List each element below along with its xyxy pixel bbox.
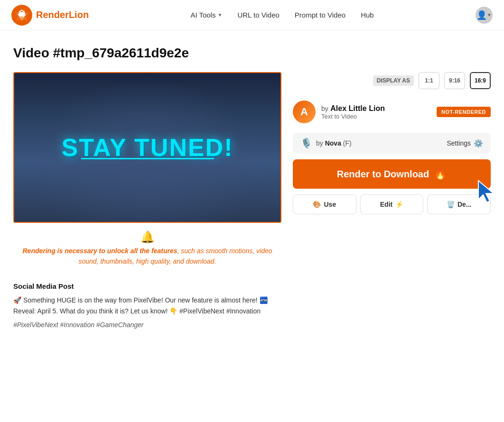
ratio-9-16-button[interactable]: 9:16 — [444, 72, 465, 89]
fire-icon: 🔥 — [434, 168, 447, 180]
render-button-container: Render to Download 🔥 — [293, 159, 491, 189]
nav-url-to-video[interactable]: URL to Video — [237, 11, 279, 19]
nav-hub[interactable]: Hub — [361, 11, 374, 19]
left-column: STAY TUNED! 🔔 Rendering is necessary to … — [13, 72, 281, 329]
render-notice: 🔔 Rendering is necessary to unlock all t… — [13, 230, 281, 267]
delete-button[interactable]: 🗑️ De... — [427, 194, 491, 214]
use-button[interactable]: 🎨 Use — [293, 194, 356, 214]
display-as-row: DISPLAY AS 1:1 9:16 16:9 — [293, 72, 491, 89]
bell-icon: 🔔 — [13, 230, 281, 244]
settings-button[interactable]: Settings ⚙️ — [447, 139, 483, 148]
page-title: Video #tmp_679a2611d9e2e — [13, 46, 491, 61]
not-rendered-badge: NOT-RENDERED — [437, 107, 491, 117]
author-type: Text to Video — [321, 113, 431, 120]
svg-point-4 — [19, 12, 24, 17]
author-avatar: A — [293, 101, 316, 123]
video-underline — [81, 158, 214, 159]
author-info: by Alex Little Lion Text to Video — [321, 104, 431, 120]
content-grid: STAY TUNED! 🔔 Rendering is necessary to … — [13, 72, 491, 329]
display-as-label: DISPLAY AS — [373, 75, 414, 86]
user-avatar-button[interactable]: 👤 ▼ — [476, 7, 493, 24]
gear-icon: ⚙️ — [474, 139, 483, 148]
trash-icon: 🗑️ — [447, 201, 455, 208]
author-row: A by Alex Little Lion Text to Video NOT-… — [293, 97, 491, 127]
right-panel: DISPLAY AS 1:1 9:16 16:9 A by Alex Littl… — [293, 72, 491, 214]
author-by-name: by Alex Little Lion — [321, 104, 431, 113]
render-to-download-button[interactable]: Render to Download 🔥 — [293, 159, 491, 189]
video-preview-inner: STAY TUNED! — [14, 73, 280, 222]
voice-label: by Nova (F) — [316, 139, 443, 147]
logo[interactable]: RenderLion — [11, 5, 89, 26]
ratio-1-1-button[interactable]: 1:1 — [419, 72, 439, 89]
ratio-16-9-button[interactable]: 16:9 — [470, 72, 491, 89]
mic-icon: 🎙️ — [300, 138, 312, 149]
logo-icon — [11, 5, 32, 26]
social-post-title: Social Media Post — [13, 282, 281, 290]
logo-text: RenderLion — [36, 9, 89, 20]
nav-prompt-to-video[interactable]: Prompt to Video — [295, 11, 345, 19]
edit-icon: ⚡ — [395, 201, 403, 208]
settings-label: Settings — [447, 139, 471, 147]
action-row: 🎨 Use Edit ⚡ 🗑️ De... — [293, 194, 491, 214]
palette-icon: 🎨 — [313, 201, 321, 208]
social-post-section: Social Media Post 🚀 Something HUGE is on… — [13, 282, 281, 329]
main-content: Video #tmp_679a2611d9e2e STAY TUNED! 🔔 R… — [0, 30, 504, 344]
render-notice-text: Rendering is necessary to unlock all the… — [13, 246, 281, 267]
user-icon: 👤 — [476, 10, 487, 20]
nav-ai-tools[interactable]: AI Tools ▼ — [190, 11, 222, 19]
voice-row: 🎙️ by Nova (F) Settings ⚙️ — [293, 133, 491, 154]
social-post-body: 🚀 Something HUGE is on the way from Pixe… — [13, 295, 281, 318]
render-btn-label: Render to Download — [337, 169, 429, 180]
chevron-down-icon: ▼ — [487, 12, 492, 18]
video-preview: STAY TUNED! — [13, 72, 281, 223]
chevron-down-icon: ▼ — [218, 12, 223, 18]
social-post-tags: #PixelVibeNext #Innovation #GameChanger — [13, 321, 281, 329]
render-notice-bold: Rendering is necessary to unlock all the… — [23, 247, 177, 255]
header: RenderLion AI Tools ▼ URL to Video Promp… — [0, 0, 504, 30]
edit-button[interactable]: Edit ⚡ — [360, 194, 424, 214]
main-nav: AI Tools ▼ URL to Video Prompt to Video … — [190, 11, 373, 19]
